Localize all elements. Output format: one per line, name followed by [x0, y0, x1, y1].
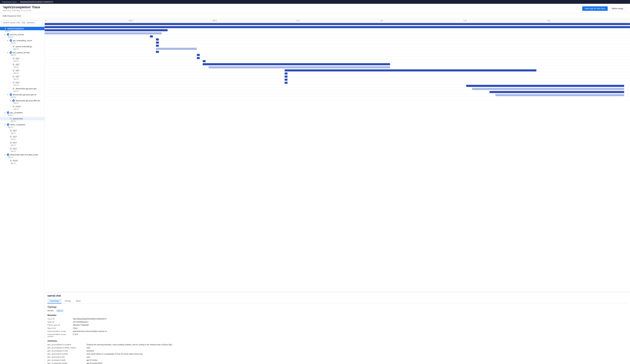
- tree-item[interactable]: ⚙GET400.0Y: [0, 68, 44, 74]
- tree-toggle-icon[interactable]: ▾: [4, 124, 6, 126]
- page-title: '/api/v1/completion' Trace: [3, 6, 40, 9]
- tree-item[interactable]: ▾◆/api/v1/completion400.0Y: [0, 26, 44, 32]
- topology-row: Service app.py: [48, 309, 627, 312]
- tree-row[interactable]: ⚙GET: [0, 69, 44, 72]
- tree-row[interactable]: ⚙GET: [0, 129, 44, 132]
- tree-item-tag: 400.0Y: [0, 162, 44, 164]
- search-input[interactable]: [1, 20, 43, 25]
- breadcrumb-bar: Distributed traces / 49a/bd5a250a0034c0b…: [0, 0, 630, 4]
- tree-item-tag: 400.0Y: [0, 60, 44, 62]
- tree-row[interactable]: ⚙openai.embeddings: [0, 45, 44, 48]
- tree-item-name: GET: [16, 70, 43, 72]
- tree-item[interactable]: ▸◆dbweaviate.gql.query.filter.do400.0Y: [0, 98, 44, 104]
- tree-item-name: GET: [13, 130, 43, 132]
- tree-item[interactable]: ▾◆get_completion400.0Y: [0, 110, 44, 116]
- tree-item[interactable]: ⚙openai.embeddings400.0Y: [0, 44, 44, 50]
- service-icon: ◆: [7, 112, 9, 114]
- tree-item-tag: 400.0Y: [0, 72, 44, 74]
- breadcrumb-parent[interactable]: Distributed traces: [2, 1, 17, 3]
- tree-item[interactable]: ▾◆cache_completion400.0Y: [0, 122, 44, 128]
- refine-button[interactable]: Refine analy...: [609, 6, 627, 11]
- tab-summary[interactable]: Summary: [48, 299, 62, 304]
- tree-row[interactable]: ▾◆dbweaviate.gql.query.get.do: [0, 93, 44, 96]
- tree-toggle-icon[interactable]: ▾: [2, 28, 4, 30]
- tree-item[interactable]: ▾◆dbweaviate.data.crud.data.create400.0Y: [0, 153, 44, 159]
- tree-item[interactable]: ▾◆process_prompt400.0Y: [0, 32, 44, 38]
- tree-toggle-icon[interactable]: ▾: [4, 112, 6, 114]
- tab-error[interactable]: Error: [73, 299, 84, 304]
- tree-row[interactable]: ⚙GET: [0, 147, 44, 150]
- metadata-section-title: Metadata: [48, 314, 627, 316]
- tree-row[interactable]: ▾◆get_embedding_vector: [0, 39, 44, 42]
- tree-row[interactable]: ▾◆dbweaviate.data.crud.data.create: [0, 153, 44, 156]
- span-bar: [45, 29, 168, 31]
- meta-span-id-val: e071430f83612fc1: [73, 320, 627, 323]
- tree-item[interactable]: ⚙openai.chat400.0Y: [0, 116, 44, 122]
- tree-item-name: get_cached_prompt: [13, 52, 43, 54]
- tree-item[interactable]: ⚙POST400.0Y: [0, 104, 44, 110]
- tree-item[interactable]: ▾◆get_cached_prompt400.0Y: [0, 50, 44, 56]
- tree-item-name: openai.chat: [13, 118, 43, 120]
- tree-row[interactable]: ⚙GET: [0, 141, 44, 144]
- tree-item[interactable]: ⚙GET400.0Y: [0, 62, 44, 68]
- tree-item[interactable]: ⚙GET400.0Y: [0, 80, 44, 86]
- tree-item[interactable]: ▾◆dbweaviate.gql.query.get.do400.0Y: [0, 92, 44, 98]
- tree-toggle-icon[interactable]: ▾: [4, 154, 6, 156]
- gear-icon: ⚙: [10, 136, 12, 138]
- tree-item[interactable]: ⚙GET400.0Y: [0, 74, 44, 80]
- service-icon: ◆: [7, 33, 9, 36]
- tree-item[interactable]: ⚙GET400.0Y: [0, 147, 44, 153]
- tree-item[interactable]: ⚙GET400.0Y: [0, 56, 44, 62]
- tree-row[interactable]: ⚙GET: [0, 75, 44, 78]
- attributes-grid: gen_ai.completion.0.contentExplore the s…: [48, 343, 627, 364]
- tree-toggle-icon[interactable]: ▾: [7, 94, 9, 96]
- tree-item[interactable]: ▾◆get_embedding_vector400.0Y: [0, 38, 44, 44]
- tree-item-name: GET: [16, 64, 43, 66]
- tree-row[interactable]: ▾◆/api/v1/completion: [0, 27, 44, 30]
- tree-item-tag: 400.0Y: [0, 114, 44, 116]
- tree-row[interactable]: ⚙GET: [0, 81, 44, 84]
- detail-tabs: Summary Timing Error: [48, 299, 627, 304]
- tree-row[interactable]: ⚙GET: [0, 57, 44, 60]
- meta-parent-span-key: Parent span ID: [48, 324, 72, 326]
- tab-timing[interactable]: Timing: [62, 299, 73, 304]
- span-row: [45, 22, 630, 26]
- topology-service-label: Service: [48, 310, 54, 312]
- tree-toggle-icon[interactable]: ▾: [7, 40, 9, 42]
- tree-row[interactable]: ▸◆dbweaviate.gql.query.filter.do: [0, 99, 44, 102]
- gear-icon: ⚙: [12, 76, 15, 78]
- span-row: [45, 47, 630, 50]
- tree-toggle-icon[interactable]: ▾: [7, 52, 9, 54]
- gear-icon: ⚙: [12, 88, 15, 90]
- tree-item[interactable]: ⚙dbweaviate.gql.query.get400.0Y: [0, 86, 44, 92]
- timeline-ruler: 0 495.1 990.2 1.5s 1.9s 2.4s 3.5s: [45, 19, 630, 22]
- tree-item[interactable]: ⚙POST400.0Y: [0, 159, 44, 165]
- timeline-area: 0 495.1 990.2 1.5s 1.9s 2.4s 3.5s: [45, 19, 630, 292]
- tree-row[interactable]: ▾◆get_completion: [0, 111, 44, 114]
- tree-item[interactable]: ⚙GET400.0Y: [0, 134, 44, 140]
- tree-row[interactable]: ⚙openai.chat: [0, 117, 44, 120]
- gear-icon: ⚙: [10, 118, 12, 120]
- tree-item-name: GET: [13, 136, 43, 138]
- tree-toggle-icon[interactable]: ▸: [10, 100, 12, 102]
- tree-item-name: process_prompt: [10, 34, 43, 36]
- tree-item-name: GET: [13, 142, 43, 144]
- span-row: [45, 94, 630, 97]
- tree-row[interactable]: ⚙dbweaviate.gql.query.get: [0, 87, 44, 90]
- tree-row[interactable]: ⚙POST: [0, 105, 44, 108]
- view-logs-button[interactable]: View logs for this trace: [582, 6, 608, 11]
- tree-item[interactable]: ⚙GET400.0Y: [0, 128, 44, 134]
- tree-item-tag: 400.0Y: [0, 66, 44, 68]
- tree-row[interactable]: ⚙GET: [0, 135, 44, 138]
- tree-toggle-icon[interactable]: ▾: [4, 34, 6, 36]
- stats-bar: 2.6s Response time: [0, 13, 630, 19]
- tree-row[interactable]: ▾◆get_cached_prompt: [0, 51, 44, 54]
- tree-row[interactable]: ⚙GET: [0, 63, 44, 66]
- tree-row[interactable]: ▾◆process_prompt: [0, 33, 44, 36]
- span-row: [45, 78, 630, 81]
- tree-item[interactable]: ⚙GET400.0Y: [0, 140, 44, 147]
- tree-row[interactable]: ⚙POST: [0, 159, 44, 162]
- span-row: [45, 35, 630, 38]
- gear-icon: ⚙: [10, 160, 12, 162]
- tree-row[interactable]: ▾◆cache_completion: [0, 123, 44, 126]
